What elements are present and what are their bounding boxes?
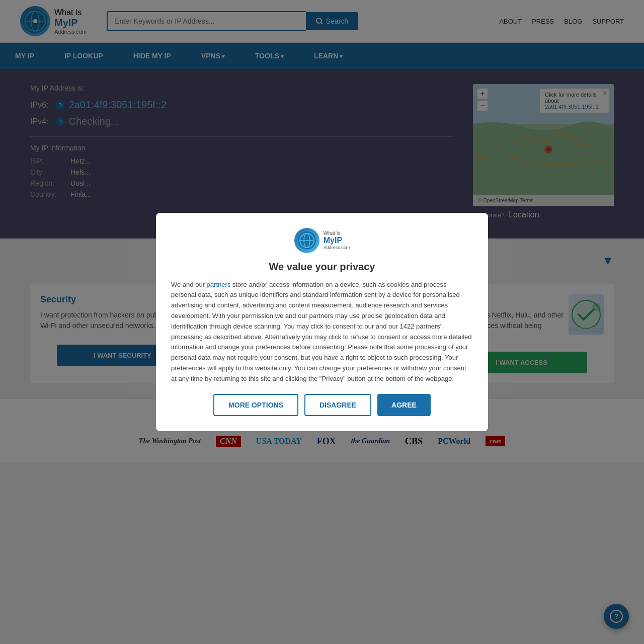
modal-logo: What Is MyIP Address.com — [171, 228, 473, 253]
agree-button[interactable]: AGREE — [377, 394, 431, 416]
modal-addr-text: Address.com — [324, 245, 350, 250]
modal-logo-icon — [294, 228, 319, 253]
modal-logo-text: What Is MyIP Address.com — [324, 230, 350, 250]
cookie-modal-title: We value your privacy — [171, 261, 473, 273]
modal-logo-container: What Is MyIP Address.com — [294, 228, 350, 253]
cookie-modal-body: We and our partners store and/or access … — [171, 280, 473, 384]
modal-logo-svg — [297, 230, 317, 251]
partners-link[interactable]: partners — [207, 281, 231, 288]
modal-myip-text: MyIP — [324, 236, 350, 245]
more-options-button[interactable]: MORE OPTIONS — [213, 394, 298, 416]
disagree-button[interactable]: DISAGREE — [304, 394, 371, 416]
cookie-modal: What Is MyIP Address.com We value your p… — [156, 213, 488, 432]
cookie-modal-overlay: What Is MyIP Address.com We value your p… — [0, 0, 644, 462]
cookie-modal-buttons: MORE OPTIONS DISAGREE AGREE — [171, 394, 473, 416]
modal-what-text: What Is — [324, 230, 350, 236]
